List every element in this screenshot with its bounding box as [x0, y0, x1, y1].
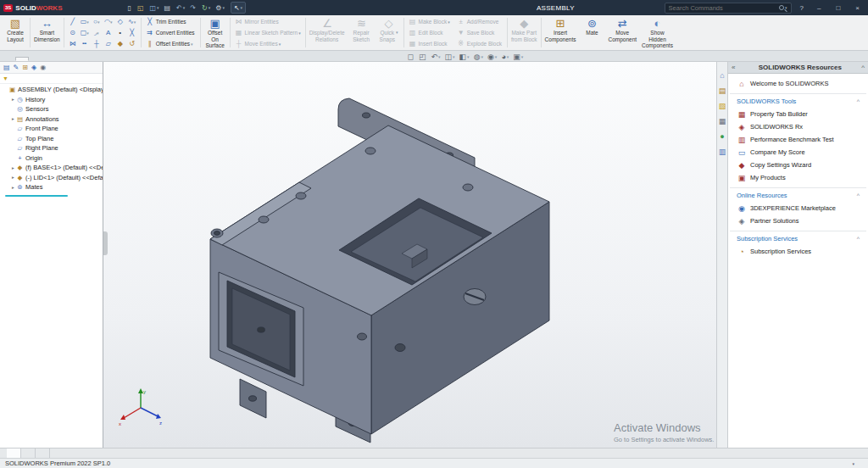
filter-funnel-icon[interactable]: ▼ [3, 75, 8, 81]
ribbon-tab[interactable] [15, 57, 29, 61]
ribbon-tab[interactable] [42, 57, 56, 61]
units-caret-icon[interactable]: ▾ [852, 461, 854, 466]
task-pane-row[interactable]: ▥ Performance Benchmark Test [730, 133, 866, 146]
study-tab[interactable] [36, 448, 50, 458]
search-input[interactable] [669, 4, 779, 12]
display-style-icon[interactable]: ◍▾ [471, 53, 485, 61]
solidworks-resources-icon[interactable]: ⌂ [720, 72, 724, 80]
ribbon-large-button[interactable]: ◇ Quick Snaps▾ [376, 16, 403, 49]
view-settings-icon[interactable]: ▣▾ [511, 53, 526, 61]
help-icon[interactable]: ? [797, 4, 807, 12]
task-pane-row[interactable]: ◈ Partner Solutions [730, 214, 866, 227]
ribbon-tab[interactable] [97, 57, 110, 61]
task-pane-row[interactable]: SOLIDWORKS Tools ^ [730, 93, 866, 108]
ribbon-tab[interactable] [56, 57, 70, 61]
tree-item[interactable]: ▸ ◆ (-) LID<1> (Default) <<Default>_... [0, 173, 103, 183]
ribbon-large-button[interactable]: ◐ Show Hidden Components [639, 16, 676, 49]
offset-on-surface-button[interactable]: ▣ Offset On Surface [202, 16, 229, 49]
task-pane-row[interactable]: ◔ Subscription Services [730, 245, 866, 258]
tree-item[interactable]: ▸ ◆ (f) BASE<1> (Default) <<Default>... [0, 163, 103, 173]
section-view-icon[interactable]: ◫▾ [442, 53, 457, 61]
task-pane-row[interactable]: ▦ Property Tab Builder [730, 108, 866, 120]
ribbon-small-button[interactable]: ▦ Insert Block [407, 39, 452, 49]
tree-item[interactable]: ▸ ◷ History [0, 95, 103, 105]
undo-icon[interactable]: ↶▾ [174, 2, 187, 14]
expand-arrow-icon[interactable]: ▸ [10, 185, 16, 190]
print-icon[interactable]: ▤ [162, 2, 175, 14]
redo-icon[interactable]: ↷ [187, 2, 199, 14]
search-box[interactable]: ▾ [665, 3, 792, 14]
ribbon-tab[interactable] [70, 57, 83, 61]
rollback-bar[interactable] [5, 195, 68, 197]
section-chevron-icon[interactable]: ^ [857, 236, 860, 242]
smart-dimension-button[interactable]: ↔ Smart Dimension [31, 16, 63, 49]
tree-item[interactable]: ▸ ⊚ Mates [0, 182, 103, 192]
task-pane-row[interactable]: ◆ Copy Settings Wizard [730, 159, 866, 171]
graphics-viewport[interactable]: y x z [103, 62, 716, 448]
grid-icon[interactable]: ┼ [91, 38, 103, 49]
options-icon[interactable]: ⚙▾ [213, 2, 227, 14]
model-3d-enclosure[interactable] [103, 62, 716, 448]
tree-item[interactable]: ▣ ASSEMBLY (Default) <Display State-1> [0, 85, 103, 95]
panel-splitter-handle[interactable] [103, 231, 108, 255]
ribbon-large-button[interactable]: ⊞ Insert Components [542, 16, 579, 49]
study-tab[interactable] [7, 448, 21, 458]
displaymanager-tab-icon[interactable]: ◉ [40, 64, 46, 71]
ribbon-small-button[interactable]: ╳ Trim Entities [144, 17, 198, 27]
maximize-button[interactable]: □ [831, 4, 845, 12]
plane-icon[interactable]: ▱ [103, 38, 114, 49]
ribbon-small-button[interactable]: ▥ Edit Block [407, 28, 452, 38]
ribbon-small-button[interactable]: ▦ Linear Sketch Pattern ▾ [233, 28, 303, 38]
tree-item[interactable]: ◎ Sensors [0, 104, 103, 114]
ribbon-small-button[interactable]: ▼ Save Block [455, 28, 504, 38]
dimxpertmanager-tab-icon[interactable]: ◈ [31, 64, 36, 71]
ribbon-large-button[interactable]: ∠ Display/Delete Relations [307, 16, 348, 49]
mirror-icon[interactable]: ⋈ [67, 38, 79, 49]
ribbon-tab[interactable] [29, 57, 42, 61]
open-document-icon[interactable]: ◱ [135, 2, 147, 14]
select-cursor-icon[interactable]: ↖▾ [231, 2, 246, 14]
trim-icon[interactable]: ╳ [126, 27, 138, 38]
rectangle-icon[interactable]: ▭▾ [79, 16, 91, 27]
point-icon[interactable]: • [114, 27, 126, 38]
tree-item[interactable]: ▱ Front Plane [0, 124, 103, 134]
tree-item[interactable]: ▱ Top Plane [0, 134, 103, 144]
save-icon[interactable]: ◫▾ [147, 2, 161, 14]
ribbon-small-button[interactable]: ※ Explode Block [455, 39, 504, 49]
hide-show-items-icon[interactable]: ◉▾ [486, 53, 499, 61]
study-tab[interactable] [21, 448, 36, 458]
propertymanager-tab-icon[interactable]: ✎ [14, 64, 19, 71]
ribbon-small-button[interactable]: ± Add/Remove [455, 17, 504, 27]
zoom-fit-icon[interactable]: ◻ [405, 53, 416, 61]
rebuild-icon[interactable]: ↻▾ [199, 2, 213, 14]
view-palette-icon[interactable]: ▦ [719, 118, 726, 125]
expand-arrow-icon[interactable]: ▸ [10, 116, 16, 121]
task-pane-row[interactable]: Online Resources ^ [730, 187, 866, 202]
section-chevron-icon[interactable]: ^ [857, 192, 860, 198]
spline-icon[interactable]: ∿▾ [126, 16, 138, 27]
line-icon[interactable]: ╱ [67, 16, 79, 27]
task-pane-row[interactable]: ▣ My Products [730, 171, 866, 184]
rotate-icon[interactable]: ↺ [126, 38, 138, 49]
ribbon-small-button[interactable]: ∥ Offset Entities ▾ [144, 39, 198, 49]
create-layout-button[interactable]: ▧ Create Layout [2, 16, 29, 49]
ribbon-small-button[interactable]: ⇉ Convert Entities [144, 28, 198, 38]
slot-icon[interactable]: ▢▾ [79, 27, 91, 38]
featuremanager-tab-icon[interactable]: ▤ [3, 64, 10, 71]
ribbon-tab[interactable] [83, 57, 97, 61]
ribbon-tab[interactable] [2, 57, 15, 61]
expand-arrow-icon[interactable]: ▸ [10, 97, 16, 102]
custom-properties-icon[interactable]: ▥ [719, 148, 726, 156]
panel-chevron-icon[interactable]: ^ [861, 64, 865, 71]
new-document-icon[interactable]: ▯ [125, 2, 134, 14]
view-orientation-icon[interactable]: ◧▾ [457, 53, 471, 61]
circle-icon[interactable]: ○▾ [91, 16, 103, 27]
arc-icon[interactable]: ◠▾ [103, 16, 114, 27]
close-button[interactable]: × [850, 4, 865, 12]
collapse-panel-icon[interactable]: « [732, 64, 735, 71]
minimize-button[interactable]: – [812, 4, 826, 12]
fillet-icon[interactable]: ◞▾ [91, 27, 103, 38]
appearances-icon[interactable]: ● [720, 133, 724, 141]
task-pane-row[interactable]: ◈ SOLIDWORKS Rx [730, 120, 866, 133]
configurationmanager-tab-icon[interactable]: ⊞ [22, 64, 28, 71]
